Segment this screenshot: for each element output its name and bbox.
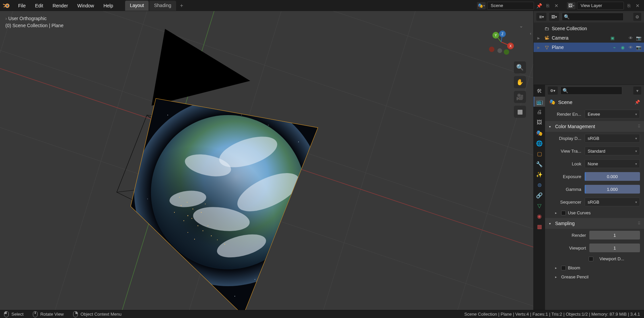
prop-tab-mesh[interactable]: ▽ xyxy=(534,201,545,211)
tree-row-scene-collection[interactable]: 🗀 Scene Collection xyxy=(534,24,644,33)
prop-tab-output[interactable]: 🖨 xyxy=(534,107,545,117)
blender-logo-icon xyxy=(3,2,10,9)
properties-options-button[interactable]: ▾ xyxy=(633,87,641,95)
prop-tab-world[interactable]: 🌐 xyxy=(534,138,545,148)
workspace-tab-layout[interactable]: Layout xyxy=(125,1,149,11)
prop-tab-texture[interactable]: ▩ xyxy=(534,221,545,231)
workspace-add-button[interactable]: + xyxy=(177,1,186,11)
sampling-viewport-input[interactable]: 1 xyxy=(589,244,640,252)
right-panel: ≣▾ 🖼▾ 🔍 ⚙ 🗀 Scene Collection ▶ 📽 Camera xyxy=(533,11,644,310)
scene-name-input[interactable] xyxy=(487,2,534,10)
prop-tab-viewlayer[interactable]: 🖼 xyxy=(534,117,545,127)
outliner-search-input[interactable] xyxy=(562,13,624,21)
display-device-select[interactable]: sRGB▾ xyxy=(585,134,640,143)
scene-delete-button[interactable]: ✕ xyxy=(553,2,560,9)
disclosure-icon[interactable]: ▶ xyxy=(536,36,542,40)
prop-tab-tool[interactable]: 🛠 xyxy=(534,86,545,96)
viewlayer-delete-button[interactable]: ✕ xyxy=(634,2,641,9)
menu-edit[interactable]: Edit xyxy=(31,2,47,10)
viewport-header-collapse-icon[interactable]: ⌄ xyxy=(519,23,523,29)
panel-grease-pencil[interactable]: ▸ Grease Pencil xyxy=(545,272,644,281)
scene-browse-button[interactable]: 🎭▾ xyxy=(477,2,486,9)
chevron-down-icon: ▾ xyxy=(635,112,637,116)
eye-icon[interactable]: 👁 xyxy=(627,45,634,50)
scene-icon: 🎭 xyxy=(536,130,543,136)
gizmo-neg-z[interactable] xyxy=(497,48,502,53)
menu-help[interactable]: Help xyxy=(99,2,117,10)
outliner-tree[interactable]: 🗀 Scene Collection ▶ 📽 Camera ▣ 👁 📷 ▶ xyxy=(534,22,644,85)
material-icon[interactable]: ◉ xyxy=(619,45,626,50)
3d-viewport[interactable]: ›User Orthographic (0) Scene Collection … xyxy=(0,11,533,310)
viewlayer-name-input[interactable] xyxy=(577,2,624,10)
properties-editor-type-button[interactable]: ⚙▾ xyxy=(548,87,558,95)
prop-tab-modifiers[interactable]: 🔧 xyxy=(534,159,545,169)
tree-row-camera[interactable]: ▶ 📽 Camera ▣ 👁 📷 xyxy=(534,33,644,43)
overlay-caret-icon[interactable]: › xyxy=(5,16,7,21)
render-icon[interactable]: 📷 xyxy=(635,36,642,41)
mesh-obj-icon: ▽ xyxy=(543,44,550,51)
sampling-render-input[interactable]: 1 xyxy=(589,231,640,240)
pin-icon[interactable]: 📌 xyxy=(635,100,640,105)
subpanel-use-curves[interactable]: ▸ Use Curves xyxy=(545,208,644,217)
outliner-editor-type-button[interactable]: ≣▾ xyxy=(536,13,546,21)
camera-view-button[interactable]: 🎥 xyxy=(514,91,526,103)
outliner-display-mode-button[interactable]: 🖼▾ xyxy=(549,13,559,21)
exposure-input[interactable]: 0.000 xyxy=(585,172,640,181)
view-transform-select[interactable]: Standard▾ xyxy=(585,147,640,155)
chevron-down-icon: ▾ xyxy=(549,222,553,225)
viewlayer-browse-button[interactable]: 🖼▾ xyxy=(567,2,576,9)
panel-bloom[interactable]: ▸ Bloom xyxy=(545,263,644,272)
svg-line-5 xyxy=(0,11,533,102)
scene-new-button[interactable]: ⎘ xyxy=(544,2,551,9)
eye-icon[interactable]: 👁 xyxy=(627,36,634,41)
prop-tab-particles[interactable]: ✨ xyxy=(534,169,545,179)
pan-button[interactable]: ✋ xyxy=(514,76,526,88)
grip-icon[interactable]: ⠿ xyxy=(638,124,640,129)
number-value: 0.000 xyxy=(607,174,618,179)
checkbox[interactable] xyxy=(589,257,593,261)
collection-icon: 🗀 xyxy=(543,25,550,32)
gizmo-neg-x[interactable] xyxy=(489,47,494,52)
camera-data-icon[interactable]: ▣ xyxy=(609,36,616,41)
menu-window[interactable]: Window xyxy=(73,2,98,10)
tree-row-plane[interactable]: ▶ ▽ Plane ⌁ ◉ 👁 📷 xyxy=(534,43,644,52)
grip-icon[interactable]: ⠿ xyxy=(638,221,640,226)
outliner-filter-button[interactable]: ⚙ xyxy=(633,13,641,21)
scene-pin-button[interactable]: 📌 xyxy=(535,2,543,9)
particles-icon: ✨ xyxy=(536,171,543,178)
checkbox[interactable] xyxy=(561,266,566,270)
look-select[interactable]: None▾ xyxy=(585,159,640,168)
prop-tab-physics[interactable]: ⊚ xyxy=(534,180,545,190)
prop-tab-material[interactable]: ◉ xyxy=(534,211,545,221)
zoom-button[interactable]: 🔍 xyxy=(514,61,526,73)
prop-tab-constraints[interactable]: 🔗 xyxy=(534,190,545,200)
gizmo-neg-y[interactable] xyxy=(504,49,509,55)
prop-tab-scene[interactable]: 🎭 xyxy=(534,128,545,138)
panel-color-management[interactable]: ▾ Color Management ⠿ xyxy=(545,121,644,132)
prop-tab-object[interactable]: ▢ xyxy=(534,149,545,159)
menu-file[interactable]: File xyxy=(14,2,30,10)
search-icon: 🔍 xyxy=(562,88,568,93)
checkbox[interactable] xyxy=(561,211,566,215)
viewlayer-new-button[interactable]: ⎘ xyxy=(625,2,633,9)
render-icon[interactable]: 📷 xyxy=(635,45,642,50)
workspace-tab-shading[interactable]: Shading xyxy=(149,1,176,11)
perspective-toggle-button[interactable]: ▦ xyxy=(514,106,526,118)
svg-point-52 xyxy=(201,212,202,213)
svg-point-46 xyxy=(198,225,199,226)
prop-tab-render[interactable]: 📺 xyxy=(534,97,545,107)
mesh-data-icon[interactable]: ⌁ xyxy=(611,45,618,50)
wrench-icon: 🛠 xyxy=(537,88,542,94)
panel-sampling[interactable]: ▾ Sampling ⠿ xyxy=(545,218,644,229)
gamma-input[interactable]: 1.000 xyxy=(585,185,640,194)
viewport-npanel-toggle-icon[interactable]: ‹ xyxy=(530,31,531,36)
prop-label: Gamma xyxy=(549,187,581,192)
render-engine-select[interactable]: Eevee▾ xyxy=(585,110,640,118)
svg-point-49 xyxy=(181,205,181,206)
layer-icon: 🖼 xyxy=(568,3,573,8)
properties-search-input[interactable] xyxy=(560,87,622,95)
nav-gizmo[interactable]: X Y Z xyxy=(488,29,515,55)
disclosure-icon[interactable]: ▶ xyxy=(536,46,542,49)
menu-render[interactable]: Render xyxy=(49,2,72,10)
sequencer-select[interactable]: sRGB▾ xyxy=(585,198,640,206)
